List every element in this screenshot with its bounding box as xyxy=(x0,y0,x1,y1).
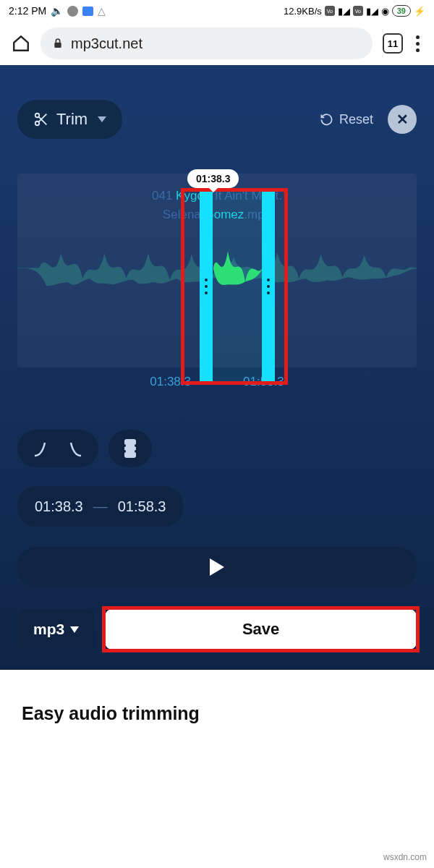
selection-region xyxy=(213,191,262,382)
range-end: 01:58.3 xyxy=(118,498,166,515)
crop-icon xyxy=(124,439,136,458)
browser-chrome: mp3cut.net 11 xyxy=(0,22,434,65)
range-start: 01:38.3 xyxy=(35,498,83,515)
scissors-icon xyxy=(33,111,49,127)
chat-icon xyxy=(67,6,78,17)
time-range-input[interactable]: 01:38.3 — 01:58.3 xyxy=(17,486,183,527)
app-content: Trim Reset ✕ 01:38.3 041 Kygo - It Ain't… xyxy=(0,65,434,670)
svg-rect-0 xyxy=(54,43,61,48)
url-bar[interactable]: mp3cut.net xyxy=(41,27,373,59)
play-icon xyxy=(210,558,224,576)
waveform-editor: 01:38.3 041 Kygo - It Ain't Me ft. Selen… xyxy=(17,174,417,389)
undo-icon xyxy=(320,113,333,127)
crop-button[interactable] xyxy=(109,430,152,467)
trim-button[interactable]: Trim xyxy=(17,100,122,139)
network-speed: 12.9KB/s xyxy=(284,6,322,17)
format-label: mp3 xyxy=(33,621,64,638)
lock-icon xyxy=(52,38,64,49)
svg-point-1 xyxy=(35,114,40,118)
range-separator: — xyxy=(93,498,108,515)
status-time: 2:12 PM xyxy=(9,5,46,17)
trim-label: Trim xyxy=(56,110,88,129)
fade-out-icon xyxy=(58,440,82,457)
home-icon[interactable] xyxy=(12,34,30,53)
wifi-icon: ◉ xyxy=(381,6,389,17)
time-label-start: 01:38.3 xyxy=(150,375,191,389)
chevron-down-icon xyxy=(98,116,106,122)
footer-section: Easy audio trimming xyxy=(0,670,434,739)
close-button[interactable]: ✕ xyxy=(388,105,417,134)
fade-in-icon xyxy=(33,440,58,457)
menu-icon[interactable] xyxy=(413,33,422,55)
play-button[interactable] xyxy=(17,547,417,587)
watermark: wsxdn.com xyxy=(383,852,427,862)
chevron-down-icon xyxy=(70,626,79,633)
fade-button[interactable] xyxy=(17,430,98,467)
save-button[interactable]: Save xyxy=(105,609,417,650)
reset-button[interactable]: Reset xyxy=(320,112,373,127)
save-label: Save xyxy=(242,620,279,639)
time-tooltip: 01:38.3 xyxy=(187,169,239,188)
files-icon xyxy=(82,7,93,16)
tab-counter[interactable]: 11 xyxy=(383,33,403,54)
svg-point-2 xyxy=(35,122,40,126)
trim-handle-end[interactable] xyxy=(262,191,275,382)
signal-icon-1: ▮◢ xyxy=(338,6,350,17)
trim-handle-start[interactable] xyxy=(200,191,213,382)
volume-icon: 🔈 xyxy=(51,5,63,17)
status-bar: 2:12 PM 🔈 △ 12.9KB/s Vo ▮◢ Vo ▮◢ ◉ 39 ⚡ xyxy=(0,0,434,22)
format-select[interactable]: mp3 xyxy=(17,609,95,650)
charging-icon: ⚡ xyxy=(414,6,425,17)
battery-indicator: 39 xyxy=(392,5,411,17)
volte-icon-1: Vo xyxy=(325,6,335,16)
drive-icon: △ xyxy=(98,5,106,17)
footer-heading: Easy audio trimming xyxy=(22,703,412,724)
signal-icon-2: ▮◢ xyxy=(366,6,378,17)
volte-icon-2: Vo xyxy=(353,6,363,16)
reset-label: Reset xyxy=(339,112,373,127)
close-icon: ✕ xyxy=(396,111,409,128)
url-text: mp3cut.net xyxy=(71,35,142,52)
